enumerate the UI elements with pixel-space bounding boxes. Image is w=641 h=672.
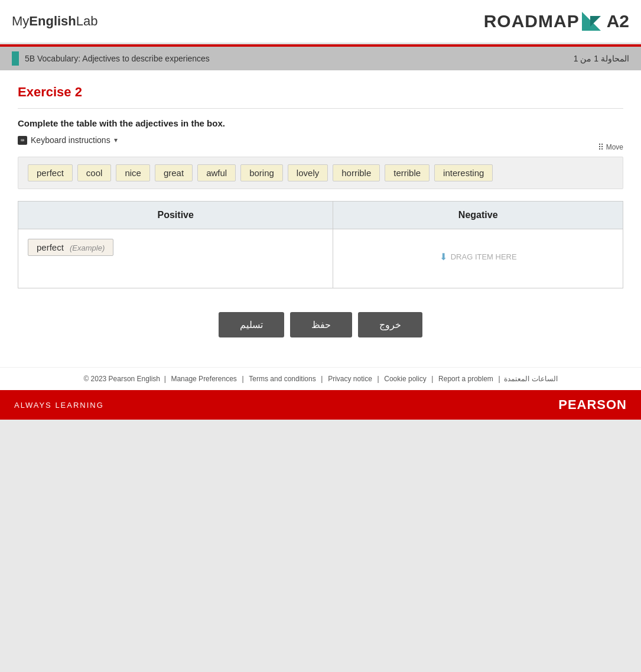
terms-link[interactable]: Terms and conditions: [249, 375, 315, 383]
negative-cell[interactable]: ⬇ DRAG ITEM HERE: [333, 229, 623, 288]
submit-button[interactable]: تسليم: [219, 312, 284, 337]
word-chip-awful[interactable]: awful: [197, 164, 236, 181]
cookie-link[interactable]: Cookie policy: [384, 375, 426, 383]
main-content: Exercise 2 Complete the table with the a…: [0, 70, 641, 367]
roadmap-text: ROADMAP: [484, 11, 580, 31]
drag-here-label: DRAG ITEM HERE: [451, 252, 517, 261]
logo-lab: Lab: [76, 14, 98, 28]
exercise-title: Exercise 2: [18, 85, 623, 100]
hours-text: الساعات المعتمدة: [504, 375, 557, 383]
teal-accent: [12, 51, 19, 66]
col-header-positive: Positive: [18, 202, 333, 229]
word-bank-container: ⠿ Move perfect cool nice great awful bor…: [18, 157, 623, 189]
logo-english: English: [29, 14, 76, 28]
pearson-logo: PEARSON: [558, 397, 627, 413]
manage-preferences-link[interactable]: Manage Preferences: [171, 375, 236, 383]
word-chip-interesting[interactable]: interesting: [434, 164, 493, 181]
move-label: Move: [606, 143, 623, 151]
word-chip-cool[interactable]: cool: [77, 164, 112, 181]
footer-links: © 2023 Pearson English | Manage Preferen…: [0, 367, 641, 390]
word-chip-lovely[interactable]: lovely: [288, 164, 328, 181]
buttons-row: تسليم حفظ خروج: [18, 312, 623, 337]
word-chip-perfect[interactable]: perfect: [28, 164, 73, 181]
breadcrumb-left: 5B Vocabulary: Adjectives to describe ex…: [12, 51, 210, 66]
positive-cell[interactable]: perfect (Example): [18, 229, 333, 288]
example-label: (Example): [70, 244, 105, 252]
word-chip-horrible[interactable]: horrible: [333, 164, 380, 181]
word-chip-boring[interactable]: boring: [240, 164, 283, 181]
example-chip[interactable]: perfect (Example): [28, 239, 113, 256]
always-learning-text: ALWAYS LEARNING: [14, 401, 104, 410]
breadcrumb-lesson: 5B Vocabulary: Adjectives to describe ex…: [25, 54, 210, 63]
word-bank: perfect cool nice great awful boring lov…: [18, 157, 623, 189]
exit-button[interactable]: خروج: [358, 312, 422, 337]
col-header-negative: Negative: [333, 202, 623, 229]
breadcrumb-bar: 5B Vocabulary: Adjectives to describe ex…: [0, 47, 641, 70]
drag-table: Positive Negative perfect (Example) ⬇ DR…: [18, 201, 623, 288]
privacy-link[interactable]: Privacy notice: [328, 375, 372, 383]
drag-icon: ⬇: [440, 251, 447, 262]
chevron-down-icon: ▾: [114, 136, 118, 144]
divider: [18, 108, 623, 109]
footer-brand: ALWAYS LEARNING PEARSON: [0, 390, 641, 420]
site-logo: MyEnglishLab: [12, 14, 98, 29]
breadcrumb-attempt: المحاولة 1 من 1: [574, 54, 629, 63]
word-chip-nice[interactable]: nice: [116, 164, 150, 181]
keyboard-label: Keyboard instructions: [31, 135, 110, 145]
keyboard-icon: ⌨: [18, 136, 27, 145]
word-chip-great[interactable]: great: [155, 164, 193, 181]
save-button[interactable]: حفظ: [290, 312, 352, 337]
keyboard-instructions-toggle[interactable]: ⌨ Keyboard instructions ▾: [18, 135, 623, 145]
roadmap-logo: ROADMAP A2: [484, 11, 629, 31]
copyright-text: © 2023 Pearson English: [83, 375, 160, 383]
table-row: perfect (Example) ⬇ DRAG ITEM HERE: [18, 229, 623, 288]
header: MyEnglishLab ROADMAP A2: [0, 0, 641, 44]
report-link[interactable]: Report a problem: [438, 375, 493, 383]
move-dots-icon: ⠿: [598, 142, 604, 152]
logo-my: My: [12, 14, 29, 28]
example-word: perfect: [37, 242, 64, 252]
exercise-instruction: Complete the table with the adjectives i…: [18, 118, 623, 128]
word-chip-terrible[interactable]: terrible: [385, 164, 429, 181]
roadmap-level: A2: [607, 11, 629, 31]
move-button[interactable]: ⠿ Move: [598, 142, 623, 152]
drag-here-indicator: ⬇ DRAG ITEM HERE: [343, 239, 613, 274]
roadmap-triangle-icon: [582, 12, 601, 31]
